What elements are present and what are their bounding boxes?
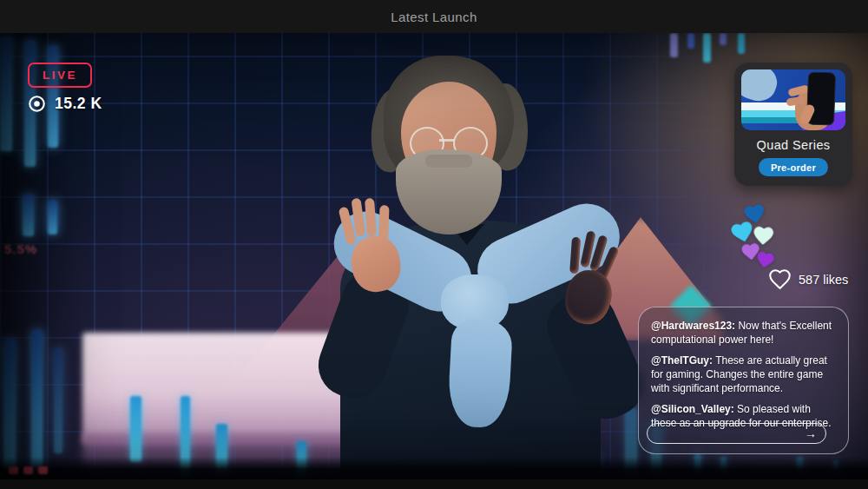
product-card[interactable]: Quad Series Pre-order — [734, 63, 852, 186]
presenter — [304, 59, 642, 479]
stage-floor-shadow — [0, 457, 868, 479]
video-player[interactable]: 5.5% — [0, 33, 868, 479]
stage-bar — [130, 396, 141, 462]
livestream-page: Latest Launch — [0, 0, 868, 489]
stage-bar — [687, 33, 694, 49]
eye-icon — [27, 94, 47, 114]
top-bar: Latest Launch — [0, 0, 868, 33]
chat-input[interactable] — [656, 426, 805, 440]
send-icon[interactable]: → — [805, 427, 817, 439]
stage-bar — [31, 330, 43, 473]
page-title: Latest Launch — [391, 10, 477, 24]
chat-message: @TheITGuy: These are actually great for … — [651, 354, 836, 396]
stage-bar — [23, 195, 34, 236]
chat-username: @Hardwares123: — [651, 320, 735, 332]
stage-bar — [670, 33, 678, 57]
presenter-mustache — [425, 155, 472, 168]
stage-red-mark — [38, 466, 48, 474]
chat-input-row[interactable]: → — [647, 423, 826, 444]
likes-count: 587 likes — [799, 273, 848, 287]
product-image — [741, 69, 845, 130]
stage-red-mark — [9, 466, 18, 474]
chat-message: @Hardwares123: Now that's Excellent comp… — [651, 319, 836, 347]
stage-bar — [0, 36, 12, 151]
stage-stat-label: 5.5% — [4, 241, 37, 256]
likes-row[interactable]: 587 likes — [768, 268, 848, 290]
stage-red-mark — [23, 466, 33, 474]
stage-bar — [3, 339, 16, 471]
viewer-count-row: 15.2 K — [27, 94, 102, 114]
chat-username: @Silicon_Valley: — [651, 403, 734, 415]
stage-bar — [48, 200, 57, 235]
bottom-letterbox — [0, 479, 868, 489]
presenter-left-hand — [339, 193, 410, 297]
stage-bar — [703, 33, 711, 63]
stage-bar — [738, 33, 745, 54]
stage-bar — [54, 347, 62, 453]
product-name: Quad Series — [741, 138, 845, 152]
live-badge: LIVE — [28, 63, 92, 88]
chat-panel[interactable]: @Hardwares123: Now that's Excellent comp… — [638, 307, 849, 454]
chat-username: @TheITGuy: — [651, 354, 713, 367]
glasses-bridge — [439, 139, 455, 142]
chat-message-list: @Hardwares123: Now that's Excellent comp… — [651, 319, 836, 430]
preorder-button[interactable]: Pre-order — [759, 158, 828, 176]
viewer-count: 15.2 K — [55, 95, 102, 113]
stage-bar — [720, 33, 727, 45]
heart-outline-icon[interactable] — [768, 268, 792, 290]
